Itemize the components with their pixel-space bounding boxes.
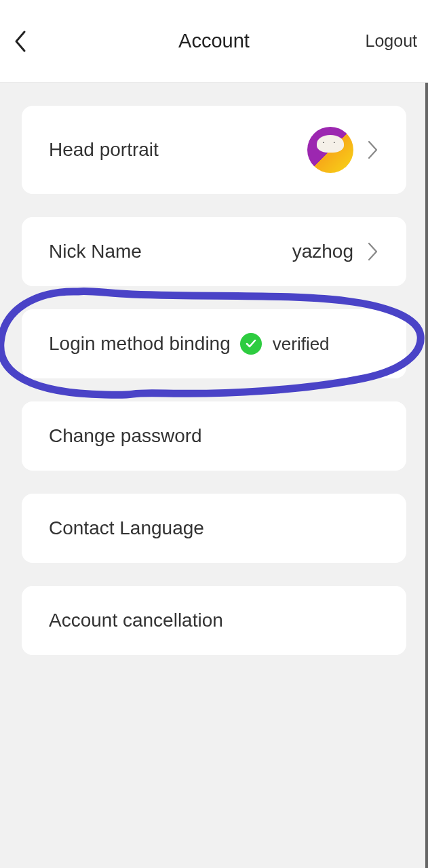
avatar (307, 127, 353, 173)
chevron-left-icon (14, 29, 27, 54)
settings-list: Head portrait Nick Name yazhog Login met… (0, 83, 428, 655)
change-password-item[interactable]: Change password (22, 401, 406, 471)
account-cancellation-label: Account cancellation (49, 610, 223, 631)
head-portrait-item[interactable]: Head portrait (22, 106, 406, 194)
chevron-right-icon (367, 140, 379, 160)
login-binding-label: Login method binding (49, 333, 231, 355)
nick-name-right: yazhog (292, 241, 379, 262)
screen-edge (425, 0, 428, 868)
header-bar: Account Logout (0, 0, 428, 83)
contact-language-label: Contact Language (49, 517, 204, 539)
account-cancellation-item[interactable]: Account cancellation (22, 586, 406, 655)
page-title: Account (178, 30, 250, 52)
head-portrait-label: Head portrait (49, 139, 159, 161)
logout-button[interactable]: Logout (366, 31, 417, 51)
head-portrait-right (307, 127, 379, 173)
change-password-label: Change password (49, 425, 202, 447)
nick-name-value: yazhog (292, 241, 353, 262)
back-button[interactable] (14, 26, 35, 56)
verified-icon (240, 333, 262, 355)
verified-status: verified (273, 334, 330, 355)
login-binding-content: Login method binding verified (49, 333, 379, 355)
chevron-right-icon (367, 241, 379, 262)
contact-language-item[interactable]: Contact Language (22, 494, 406, 563)
nick-name-item[interactable]: Nick Name yazhog (22, 217, 406, 286)
nick-name-label: Nick Name (49, 241, 142, 262)
login-binding-item[interactable]: Login method binding verified (22, 309, 406, 378)
